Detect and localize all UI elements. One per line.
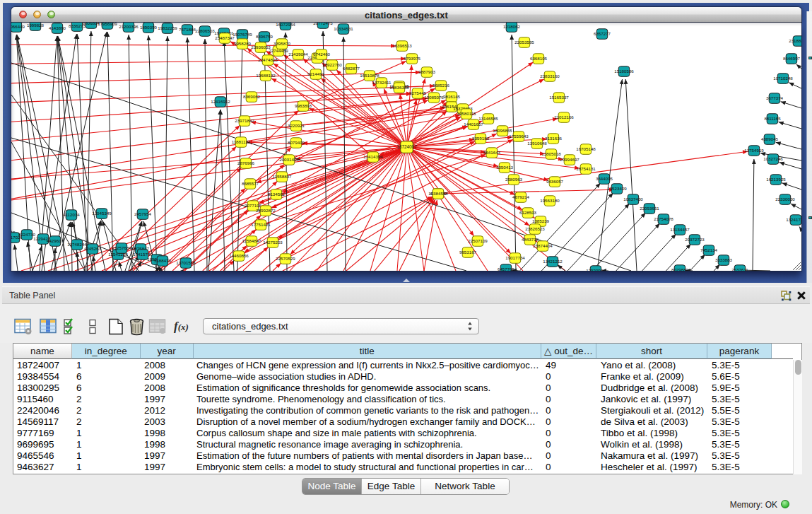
svg-text:6128503: 6128503 (519, 210, 537, 215)
svg-text:2876966: 2876966 (237, 160, 255, 165)
svg-text:21439044: 21439044 (288, 52, 308, 57)
svg-text:3644095: 3644095 (596, 176, 613, 181)
svg-text:13045349: 13045349 (92, 211, 112, 216)
svg-text:8685577: 8685577 (242, 181, 259, 186)
svg-text:7452134: 7452134 (700, 247, 718, 252)
svg-text:13701506: 13701506 (176, 260, 196, 265)
svg-text:19384554: 19384554 (428, 191, 448, 196)
svg-text:21012166: 21012166 (554, 115, 574, 119)
svg-text:20772475: 20772475 (313, 23, 333, 25)
svg-text:5188470: 5188470 (154, 258, 172, 263)
svg-text:8359183: 8359183 (472, 136, 490, 141)
svg-text:8646997: 8646997 (783, 56, 801, 61)
svg-text:4143890: 4143890 (49, 25, 66, 30)
svg-text:8134562: 8134562 (268, 192, 286, 197)
svg-text:23833160: 23833160 (540, 74, 560, 78)
svg-text:6742460: 6742460 (313, 52, 331, 57)
svg-text:23971842: 23971842 (235, 118, 254, 123)
svg-text:23188315: 23188315 (789, 38, 801, 43)
svg-text:9887903: 9887903 (418, 69, 436, 74)
svg-text:3131636: 3131636 (545, 136, 563, 141)
svg-text:12416912: 12416912 (211, 99, 230, 104)
svg-text:20994697: 20994697 (560, 157, 579, 162)
svg-text:19688132: 19688132 (256, 73, 276, 78)
svg-text:7671884: 7671884 (179, 27, 196, 32)
svg-text:19836388: 19836388 (389, 85, 409, 90)
svg-text:10334531: 10334531 (334, 26, 353, 31)
svg-text:16213925: 16213925 (766, 177, 786, 182)
svg-text:22507109: 22507109 (468, 238, 488, 243)
svg-text:8029889: 8029889 (671, 267, 689, 271)
svg-text:4843718: 4843718 (522, 237, 539, 242)
svg-text:20580115: 20580115 (457, 111, 476, 116)
svg-text:16072954: 16072954 (276, 23, 295, 27)
svg-text:6357277: 6357277 (594, 31, 611, 36)
svg-text:14401657: 14401657 (464, 122, 483, 127)
svg-text:9816145: 9816145 (443, 94, 461, 99)
svg-text:22330030: 22330030 (775, 197, 795, 201)
svg-text:1999828: 1999828 (27, 23, 45, 28)
svg-text:18096865: 18096865 (493, 128, 512, 133)
svg-text:4429607: 4429607 (47, 238, 64, 243)
svg-text:17956909: 17956909 (98, 23, 117, 26)
svg-text:14275203: 14275203 (263, 240, 283, 245)
svg-text:4389045: 4389045 (761, 136, 779, 141)
svg-text:13421212: 13421212 (543, 259, 563, 264)
svg-text:21754078: 21754078 (654, 216, 673, 221)
svg-text:5793975: 5793975 (404, 56, 421, 61)
svg-text:4679214: 4679214 (512, 194, 530, 199)
svg-text:1218062: 1218062 (503, 24, 521, 29)
svg-text:22570529: 22570529 (276, 256, 295, 261)
svg-text:1385239: 1385239 (532, 218, 550, 223)
svg-text:3220921: 3220921 (288, 123, 305, 128)
svg-text:12920906: 12920906 (586, 268, 606, 271)
svg-text:1890399: 1890399 (140, 25, 158, 30)
svg-text:18724007: 18724007 (396, 144, 417, 149)
svg-text:9436057: 9436057 (546, 179, 564, 184)
svg-text:20372723: 20372723 (685, 237, 705, 242)
svg-text:13754919: 13754919 (744, 148, 764, 153)
svg-text:8369062: 8369062 (243, 94, 261, 99)
svg-text:18754131: 18754131 (576, 166, 596, 171)
svg-text:2077105: 2077105 (245, 203, 262, 208)
svg-text:13146585: 13146585 (478, 116, 498, 121)
svg-text:21200396: 21200396 (119, 24, 139, 29)
svg-text:22053595: 22053595 (514, 40, 534, 45)
svg-text:15180586: 15180586 (614, 69, 634, 74)
svg-text:6368105: 6368105 (530, 56, 548, 61)
svg-text:10327246: 10327246 (763, 156, 783, 161)
svg-text:19523409: 19523409 (607, 186, 627, 191)
svg-text:2457954: 2457954 (134, 211, 152, 216)
svg-text:22474828: 22474828 (258, 57, 278, 62)
svg-text:6457765: 6457765 (498, 267, 515, 271)
svg-text:13732411: 13732411 (372, 80, 392, 85)
svg-text:5685216: 5685216 (433, 83, 450, 88)
svg-text:3677374: 3677374 (766, 95, 784, 100)
svg-text:5641643: 5641643 (483, 150, 501, 155)
svg-text:21257684: 21257684 (112, 245, 131, 250)
svg-text:22806503: 22806503 (195, 28, 215, 33)
svg-text:22093651: 22093651 (640, 206, 659, 211)
svg-text:14460856: 14460856 (229, 253, 249, 258)
svg-text:22992872: 22992872 (256, 208, 276, 213)
svg-text:19563180: 19563180 (540, 198, 560, 203)
svg-text:10837430: 10837430 (623, 197, 643, 201)
svg-text:4245263: 4245263 (84, 246, 102, 251)
svg-text:13805018: 13805018 (541, 151, 561, 156)
svg-text:9958289: 9958289 (234, 41, 252, 46)
svg-text:16705148: 16705148 (576, 146, 596, 151)
svg-text:9214491: 9214491 (307, 71, 325, 76)
svg-text:19832259: 19832259 (158, 25, 177, 30)
svg-text:23874404: 23874404 (533, 243, 553, 248)
svg-text:17751421: 17751421 (251, 222, 271, 227)
svg-text:16396513: 16396513 (392, 43, 412, 48)
svg-text:13910648: 13910648 (527, 141, 547, 146)
svg-text:2537611: 2537611 (731, 267, 748, 271)
svg-text:13134457: 13134457 (670, 227, 690, 232)
svg-text:20031404: 20031404 (279, 157, 299, 162)
svg-text:23936053: 23936053 (251, 45, 271, 49)
svg-text:19085076: 19085076 (424, 95, 444, 100)
svg-text:8396759: 8396759 (256, 34, 273, 39)
svg-text:15076749: 15076749 (233, 32, 252, 37)
svg-text:13241736: 13241736 (786, 217, 801, 222)
